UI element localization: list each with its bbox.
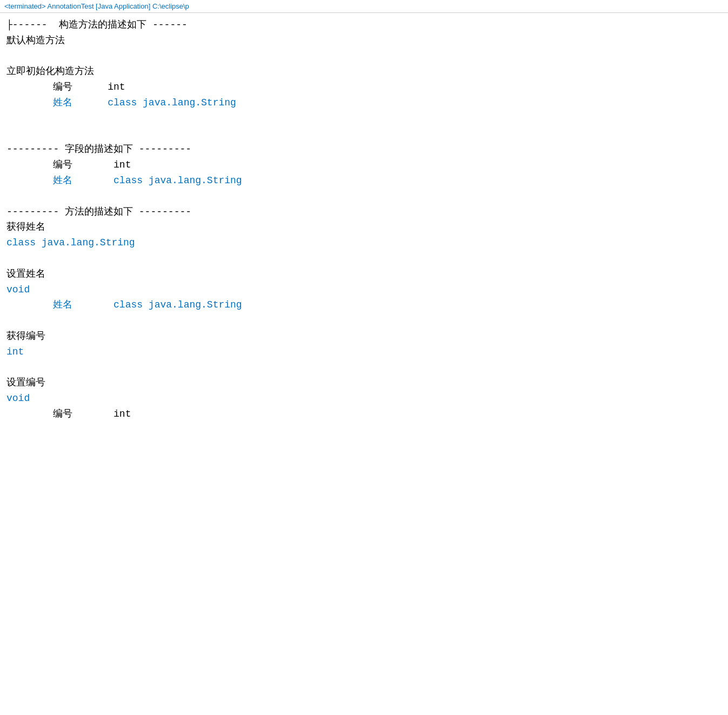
console-line-9: --------- 字段的描述如下 --------- — [6, 142, 722, 157]
console-empty-7 — [6, 360, 722, 376]
console-empty-3 — [6, 126, 722, 142]
console-line-13: --------- 方法的描述如下 --------- — [6, 204, 722, 220]
console-line-6: 姓名 class java.lang.String — [6, 95, 722, 111]
console-line-18: void — [6, 282, 722, 298]
console-line-17: 设置姓名 — [6, 266, 722, 282]
title-bar: <terminated> AnnotationTest [Java Applic… — [0, 0, 728, 13]
console-empty-5 — [6, 251, 722, 266]
console-line-24: 设置编号 — [6, 375, 722, 391]
console-empty-6 — [6, 313, 722, 329]
console-line-15: class java.lang.String — [6, 235, 722, 251]
console-line-22: int — [6, 344, 722, 360]
console-line-11: 姓名 class java.lang.String — [6, 173, 722, 189]
console-line-26: 编号 int — [6, 406, 722, 422]
console-line-19: 姓名 class java.lang.String — [6, 297, 722, 313]
console-line-10: 编号 int — [6, 157, 722, 173]
console-line-21: 获得编号 — [6, 329, 722, 344]
console-line-14: 获得姓名 — [6, 219, 722, 235]
console-line-2: 默认构造方法 — [6, 33, 722, 49]
console-content: ├------ 构造方法的描述如下 ------ 默认构造方法 立即初始化构造方… — [0, 13, 728, 426]
console-empty-2 — [6, 111, 722, 126]
console-line-25: void — [6, 391, 722, 406]
console-window: <terminated> AnnotationTest [Java Applic… — [0, 0, 728, 715]
console-empty-1 — [6, 49, 722, 64]
console-empty-4 — [6, 189, 722, 204]
console-line-4: 立即初始化构造方法 — [6, 64, 722, 79]
title-text: <terminated> AnnotationTest [Java Applic… — [4, 2, 189, 10]
console-line-1: ├------ 构造方法的描述如下 ------ — [6, 17, 722, 33]
console-line-5: 编号 int — [6, 79, 722, 95]
